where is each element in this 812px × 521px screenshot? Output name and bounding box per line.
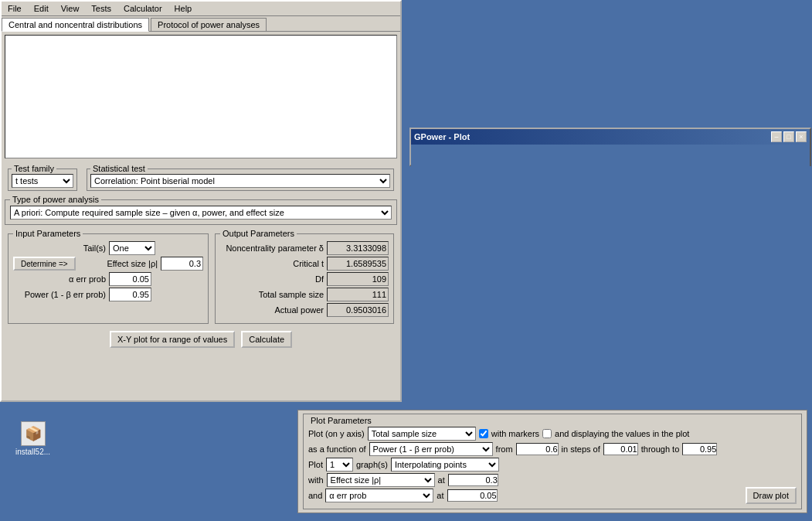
displaying-values-label: and displaying the values in the plot	[555, 429, 689, 438]
statistical-test-select[interactable]: Correlation: Point biserial model	[90, 174, 390, 188]
test-family-label: Test family	[12, 164, 56, 173]
displaying-values-checkbox[interactable]	[542, 429, 552, 438]
test-family-select[interactable]: t tests	[12, 174, 73, 188]
plot-y-label: Plot (on y axis)	[308, 429, 365, 438]
graph-area	[5, 35, 397, 158]
actual-power-label: Actual power	[220, 305, 324, 315]
plot-window-controls: – □ ×	[771, 131, 807, 142]
critical-t-input	[327, 257, 389, 271]
calculate-button[interactable]: Calculate	[241, 331, 292, 348]
desktop-icon-install[interactable]: 📦 install52...	[15, 421, 50, 456]
plot-params-legend: Plot Parameters	[308, 416, 797, 425]
plot-window-title: GPower - Plot	[414, 132, 470, 141]
plot-minimize-button[interactable]: –	[771, 131, 782, 142]
with-markers-label: with markers	[491, 429, 539, 438]
df-label: Df	[220, 274, 324, 284]
xy-plot-button[interactable]: X-Y plot for a range of values	[110, 331, 235, 348]
plot-number-label: Plot	[308, 460, 323, 469]
power-label: Power (1 - β err prob)	[13, 290, 106, 299]
as-function-select[interactable]: Power (1 - β err prob)	[369, 442, 493, 456]
at-label2: at	[437, 491, 443, 500]
menu-bar: File Edit View Tests Calculator Help	[2, 2, 400, 16]
actual-power-input	[327, 303, 389, 317]
plot-maximize-button[interactable]: □	[783, 131, 794, 142]
power-analysis-select[interactable]: A priori: Compute required sample size –…	[10, 206, 392, 220]
action-buttons: X-Y plot for a range of values Calculate	[2, 331, 400, 348]
tab-protocol[interactable]: Protocol of power analyses	[151, 18, 267, 31]
plot-close-button[interactable]: ×	[796, 131, 807, 142]
in-steps-label: in steps of	[562, 444, 600, 454]
df-input	[327, 272, 389, 286]
menu-help[interactable]: Help	[172, 3, 195, 14]
total-sample-input	[327, 288, 389, 301]
install-icon-label: install52...	[15, 448, 50, 456]
power-analysis-legend: Type of power analysis	[10, 195, 101, 204]
menu-edit[interactable]: Edit	[31, 3, 52, 14]
output-params-legend: Output Parameters	[220, 229, 297, 238]
menu-view[interactable]: View	[58, 3, 83, 14]
power-input[interactable]	[109, 288, 151, 301]
menu-calculator[interactable]: Calculator	[121, 3, 165, 14]
and-select[interactable]: α err prob	[325, 489, 433, 502]
noncentrality-input	[327, 241, 389, 255]
menu-file[interactable]: File	[5, 3, 25, 14]
from-label: from	[496, 444, 513, 454]
plot-number-select[interactable]: 1	[326, 458, 353, 472]
with-markers-checkbox[interactable]	[479, 429, 488, 438]
plot-y-select[interactable]: Total sample size	[368, 427, 476, 441]
determine-button[interactable]: Determine =>	[13, 257, 76, 271]
effect-size-label: Effect size |ρ|	[79, 259, 158, 268]
as-function-label: as a function of	[308, 444, 366, 454]
tab-central-distributions[interactable]: Central and noncentral distributions	[2, 18, 149, 32]
and-label: and	[308, 491, 322, 500]
at-label1: at	[438, 475, 445, 485]
input-params-legend: Input Parameters	[13, 229, 83, 238]
tails-select[interactable]: One	[109, 241, 155, 255]
main-window: File Edit View Tests Calculator Help Cen…	[0, 0, 402, 402]
total-sample-label: Total sample size	[220, 290, 324, 299]
alpha-err-label: α err prob	[13, 274, 106, 284]
in-steps-input[interactable]	[603, 443, 638, 455]
draw-plot-button[interactable]: Draw plot	[746, 487, 797, 504]
tabs-bar: Central and noncentral distributions Pro…	[2, 16, 400, 32]
tails-label: Tail(s)	[13, 243, 106, 253]
statistical-test-label: Statistical test	[90, 164, 148, 173]
with-select[interactable]: Effect size |ρ|	[327, 473, 435, 487]
menu-tests[interactable]: Tests	[88, 3, 114, 14]
from-input[interactable]	[516, 443, 559, 455]
with-label: with	[308, 475, 324, 485]
install-icon: 📦	[21, 421, 46, 446]
through-input[interactable]	[682, 443, 717, 455]
plot-title-bar: GPower - Plot – □ ×	[411, 129, 810, 145]
through-label: through to	[641, 444, 680, 454]
plot-params-panel: Plot Parameters Plot (on y axis) Total s…	[297, 410, 807, 513]
alpha-err-input[interactable]	[109, 272, 151, 286]
interpolating-select[interactable]: Interpolating points	[391, 458, 499, 472]
and-at-input[interactable]	[447, 489, 498, 502]
critical-t-label: Critical t	[220, 259, 324, 268]
graphs-label: graph(s)	[356, 460, 388, 469]
plot-window: GPower - Plot – □ ×	[409, 128, 811, 166]
noncentrality-label: Noncentrality parameter δ	[220, 243, 324, 253]
effect-size-input[interactable]	[161, 257, 203, 271]
with-at-input[interactable]	[448, 474, 498, 486]
